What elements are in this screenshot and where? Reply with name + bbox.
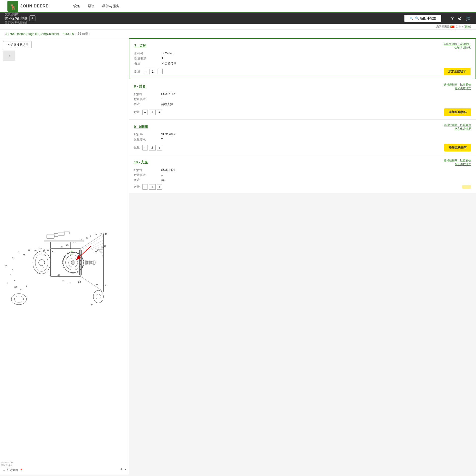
- svg-text:37: 37: [47, 249, 49, 251]
- logo-area: 🦌 JOHN DEERE: [7, 1, 49, 12]
- svg-text:40: 40: [105, 284, 107, 287]
- notes-value-7: 伞齿轮传动: [162, 61, 471, 66]
- qty-decrease-10[interactable]: −: [142, 184, 148, 190]
- search-icon: 🔍: [410, 17, 414, 20]
- qty-input-8[interactable]: [149, 110, 156, 115]
- dealer-sub: 显示定价和供货情况: [5, 21, 28, 24]
- part-bottom-10: 数量 − +: [134, 184, 471, 190]
- part-bottom-8: 数量 − + 添加至购物车: [134, 108, 471, 116]
- part-title-7[interactable]: 7 - 齿轮: [134, 44, 146, 48]
- part-title-9[interactable]: 9 - 0形圈: [134, 125, 148, 129]
- add-dealer-button[interactable]: +: [30, 15, 35, 21]
- zoom-in-button[interactable]: +: [120, 467, 123, 472]
- svg-text:28: 28: [28, 249, 30, 251]
- svg-text:12: 12: [20, 288, 22, 291]
- help-icon[interactable]: ?: [451, 16, 454, 21]
- add-to-cart-10[interactable]: [462, 185, 471, 189]
- svg-text:21: 21: [4, 264, 7, 267]
- qty-input-9[interactable]: [149, 145, 156, 150]
- nav-equipment[interactable]: 设备: [73, 4, 80, 8]
- dealer-link-8[interactable]: 选择经销商，以查看价格和供货情况: [444, 83, 471, 90]
- breadcrumb-separator-1: ›: [75, 32, 76, 36]
- new-parts-search-button[interactable]: 🔍 🔍 新配件搜索: [404, 15, 441, 22]
- svg-text:17: 17: [100, 232, 102, 235]
- country-bar: 您的国家是 China (更改): [0, 24, 476, 30]
- dealer-link-7[interactable]: 选择经销商，以查看价格和供货情况: [443, 42, 471, 50]
- qty-input-10[interactable]: [149, 184, 156, 190]
- svg-text:22: 22: [78, 281, 81, 283]
- part-item-10: 10 - 支座 选择经销商，以查看价格和供货情况 配件号 SU314494 数量…: [129, 155, 476, 193]
- settings-icon[interactable]: ⚙: [458, 16, 462, 21]
- qty-increase-9[interactable]: +: [157, 145, 162, 150]
- dealer-section: 我的经销商 选择你的经销商 显示定价和供货情况 +: [5, 13, 35, 24]
- qty-control-8: 数量 − +: [134, 110, 162, 115]
- qty-req-label-7: 数量要求: [134, 57, 159, 61]
- country-name: China: [456, 25, 463, 28]
- part-header-9: 9 - 0形圈 选择经销商，以查看价格和供货情况: [134, 123, 471, 131]
- part-title-8[interactable]: 8 - 封套: [134, 84, 146, 89]
- qty-control-9: 数量 − +: [134, 145, 162, 150]
- add-to-cart-9[interactable]: 添加至购物车: [444, 144, 471, 151]
- qty-increase-8[interactable]: +: [157, 110, 162, 115]
- cart-icon[interactable]: 🛒: [466, 16, 471, 21]
- zoom-out-button[interactable]: -: [125, 467, 126, 472]
- country-label: 您的国家是: [436, 25, 450, 28]
- svg-text:19: 19: [16, 250, 19, 253]
- qty-input-7[interactable]: [149, 69, 156, 74]
- map-icon: 📍: [20, 469, 23, 472]
- qty-req-value-9: 2: [161, 138, 471, 142]
- dealer-my-label: 我的经销商: [5, 13, 28, 16]
- add-to-cart-8[interactable]: 添加至购物车: [444, 108, 471, 116]
- qty-decrease-7[interactable]: −: [143, 69, 148, 74]
- svg-text:4: 4: [10, 273, 11, 276]
- notes-value-8: 前桥支撑: [161, 102, 471, 106]
- svg-rect-82: [44, 240, 83, 242]
- nav-links: 设备 融资 零件与服务: [73, 4, 119, 8]
- part-details-8: 配件号 SU315165 数量要求 1 备注 前桥支撑: [134, 92, 471, 106]
- change-country-link[interactable]: 更改: [465, 25, 470, 28]
- dealer-name[interactable]: 选择你的经销商: [5, 16, 28, 21]
- qty-increase-10[interactable]: +: [157, 184, 162, 190]
- main-layout: ‹ < 返回搜索结果 图: [0, 38, 476, 475]
- svg-text:38: 38: [96, 283, 98, 286]
- parts-diagram-svg: 7 1 3 4 5 11 19 20 28 26 29: [0, 51, 129, 475]
- part-num-value-9: SU319627: [161, 133, 471, 137]
- svg-text:5: 5: [12, 269, 13, 271]
- qty-decrease-8[interactable]: −: [142, 110, 148, 115]
- diagram-panel: ‹ < 返回搜索结果 图: [0, 38, 129, 475]
- part-header-8: 8 - 封套 选择经销商，以查看价格和供货情况: [134, 83, 471, 90]
- nav-parts[interactable]: 零件与服务: [102, 4, 119, 8]
- back-to-search-button[interactable]: ‹ < 返回搜索结果: [3, 41, 32, 48]
- part-num-value-7: SJ22648: [162, 52, 471, 56]
- notes-value-10: 前...: [161, 178, 471, 182]
- nav-finance[interactable]: 融资: [88, 4, 95, 8]
- part-num-value-8: SU315165: [161, 92, 471, 96]
- dealer-link-9[interactable]: 选择经销商，以查看价格和供货情况: [444, 123, 471, 131]
- svg-text:33: 33: [86, 237, 88, 239]
- part-details-9: 配件号 SU319627 数量要求 2: [134, 133, 471, 142]
- svg-text:15: 15: [101, 246, 104, 248]
- svg-text:41: 41: [58, 274, 60, 276]
- svg-text:11: 11: [95, 233, 97, 236]
- part-item-7: 7 - 齿轮 选择经销商，以查看价格和供货情况 配件号 SJ22648 数量要求…: [129, 38, 476, 79]
- part-details-10: 配件号 SU314494 数量要求 1 备注 前...: [134, 168, 471, 182]
- breadcrumb-item-1[interactable]: 3B-554 Tractor (Stage III)(Cab)(Chinese)…: [5, 32, 74, 36]
- travel-direction: ← 行进方向 📍: [3, 468, 23, 472]
- brand-name: JOHN DEERE: [20, 4, 49, 8]
- svg-text:1: 1: [6, 282, 8, 285]
- svg-text:7: 7: [71, 251, 73, 254]
- svg-point-11: [71, 261, 75, 265]
- qty-decrease-9[interactable]: −: [142, 145, 148, 150]
- add-to-cart-7[interactable]: 添加至购物车: [444, 68, 471, 75]
- part-num-label-7: 配件号: [134, 52, 159, 56]
- dealer-link-10[interactable]: 选择经销商，以查看价格和供货情况: [444, 159, 471, 166]
- svg-text:39: 39: [52, 250, 54, 253]
- part-item-9: 9 - 0形圈 选择经销商，以查看价格和供货情况 配件号 SU319627 数量…: [129, 120, 476, 155]
- part-item-8: 8 - 封套 选择经销商，以查看价格和供货情况 配件号 SU315165 数量要…: [129, 79, 476, 120]
- qty-increase-7[interactable]: +: [157, 69, 163, 74]
- svg-text:22: 22: [60, 245, 63, 248]
- breadcrumb-separator-2: ›: [89, 32, 90, 36]
- qty-label-7: 数量: [134, 69, 140, 74]
- top-nav: 🦌 JOHN DEERE 设备 融资 零件与服务: [0, 0, 476, 13]
- part-title-10[interactable]: 10 - 支座: [134, 160, 148, 165]
